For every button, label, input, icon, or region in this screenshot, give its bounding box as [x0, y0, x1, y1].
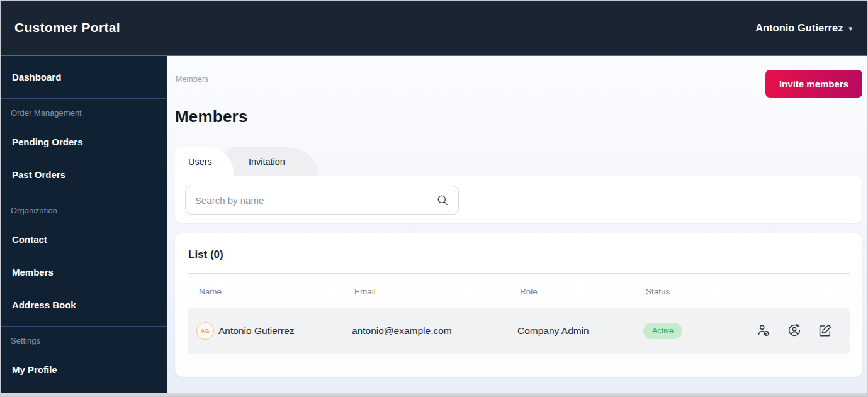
members-tabs: Users Invitation — [175, 147, 862, 176]
sidebar-item-members[interactable]: Members — [1, 256, 167, 289]
block-user-button[interactable] — [757, 323, 770, 339]
search-input[interactable] — [195, 195, 430, 206]
invite-members-button[interactable]: Invite members — [765, 70, 862, 98]
member-email: antonio@example.com — [352, 325, 517, 337]
search-box[interactable] — [185, 186, 459, 215]
column-header-email: Email — [354, 287, 520, 296]
customer-portal-app: Customer Portal Antonio Gutierrez ▾ Dash… — [1, 1, 867, 396]
block-user-icon — [757, 323, 770, 339]
tab-invitation-label: Invitation — [249, 157, 285, 167]
member-role: Company Admin — [517, 325, 643, 337]
sidebar-section-order-management: Order Management — [1, 99, 167, 126]
sidebar-section-organization: Organization — [1, 196, 167, 223]
search-panel — [175, 176, 862, 223]
sidebar-item-my-profile[interactable]: My Profile — [1, 354, 167, 386]
member-name: Antonio Gutierrez — [218, 325, 295, 337]
table-header: Name Email Role Status — [188, 274, 850, 298]
sidebar-item-contact[interactable]: Contact — [1, 223, 167, 256]
table-row: AG Antonio Gutierrez antonio@example.com… — [188, 308, 850, 354]
app-title: Customer Portal — [14, 20, 120, 35]
status-badge: Active — [643, 323, 682, 339]
tab-users-label: Users — [188, 157, 212, 167]
sync-user-icon — [787, 323, 801, 339]
list-title: List (0) — [188, 249, 850, 261]
column-header-name: Name — [199, 287, 354, 296]
breadcrumb: Members — [176, 75, 208, 84]
window-bottom-edge — [1, 393, 867, 396]
edit-icon — [818, 323, 832, 339]
row-actions — [757, 323, 852, 339]
tab-invitation[interactable]: Invitation — [225, 147, 318, 176]
avatar: AG — [196, 322, 214, 340]
user-menu[interactable]: Antonio Gutierrez ▾ — [755, 22, 852, 34]
sync-user-button[interactable] — [787, 323, 801, 339]
edit-member-button[interactable] — [818, 323, 832, 339]
column-header-status: Status — [646, 287, 759, 296]
chevron-down-icon: ▾ — [848, 25, 852, 33]
sidebar-item-dashboard[interactable]: Dashboard — [1, 61, 167, 94]
sidebar: Dashboard Order Management Pending Order… — [1, 56, 167, 393]
sidebar-item-pending-orders[interactable]: Pending Orders — [1, 126, 167, 159]
user-menu-label: Antonio Gutierrez — [755, 22, 843, 34]
topbar: Customer Portal Antonio Gutierrez ▾ — [1, 1, 867, 56]
members-list-card: List (0) Name Email Role Status AG Anton… — [175, 233, 862, 377]
main-content: Members Invite members Members Users Inv… — [167, 56, 867, 393]
page-title: Members — [175, 107, 862, 126]
sidebar-section-settings: Settings — [1, 327, 167, 354]
search-icon — [436, 194, 449, 206]
column-header-role: Role — [520, 287, 646, 296]
sidebar-item-address-book[interactable]: Address Book — [1, 289, 167, 322]
sidebar-item-past-orders[interactable]: Past Orders — [1, 159, 167, 191]
